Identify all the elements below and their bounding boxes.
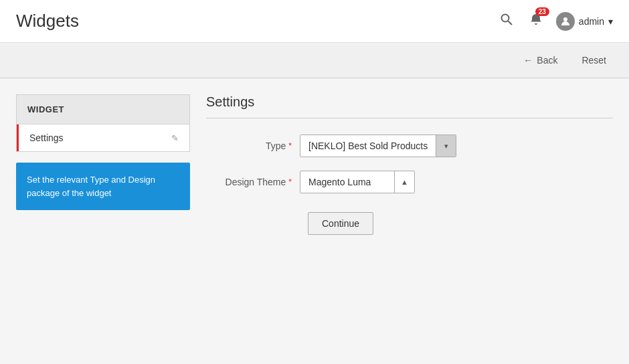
svg-point-2 — [563, 17, 567, 21]
toolbar: ← Back Reset — [0, 43, 629, 78]
sidebar-widget-header: WIDGET — [16, 94, 190, 124]
design-theme-dropdown-value: Magento Luma — [300, 171, 394, 193]
reset-button[interactable]: Reset — [575, 51, 613, 70]
notification-button[interactable]: 23 — [527, 10, 545, 32]
page-title: Widgets — [16, 11, 79, 31]
info-box: Set the relevant Type and Design package… — [16, 163, 190, 210]
type-dropdown[interactable]: [NEKLO] Best Sold Products ▾ — [300, 134, 456, 157]
main-content: Settings Type * [NEKLO] Best Sold Produc… — [206, 94, 613, 330]
type-form-row: Type * [NEKLO] Best Sold Products ▾ — [206, 134, 613, 157]
back-label: Back — [537, 55, 557, 66]
header: Widgets 23 — [0, 0, 629, 43]
avatar — [556, 12, 575, 31]
design-theme-form-row: Design Theme * Magento Luma ▲ — [206, 171, 613, 193]
design-theme-required-star: * — [288, 177, 292, 187]
section-title: Settings — [206, 94, 613, 118]
search-icon — [500, 15, 513, 29]
notification-badge: 23 — [535, 7, 549, 16]
search-button[interactable] — [497, 10, 516, 32]
reset-label: Reset — [581, 55, 606, 66]
user-name: admin — [579, 16, 604, 27]
sidebar-item-label: Settings — [29, 132, 64, 143]
type-required-star: * — [288, 141, 292, 151]
type-control: [NEKLO] Best Sold Products ▾ — [300, 134, 456, 157]
svg-line-1 — [508, 21, 512, 25]
type-dropdown-value: [NEKLO] Best Sold Products — [300, 135, 436, 157]
user-menu-button[interactable]: admin ▾ — [556, 12, 613, 31]
design-theme-dropdown-arrow[interactable]: ▲ — [394, 171, 414, 193]
chevron-down-icon: ▾ — [444, 142, 448, 151]
type-dropdown-arrow[interactable]: ▾ — [436, 135, 456, 157]
continue-button[interactable]: Continue — [308, 212, 373, 235]
design-theme-label: Design Theme * — [206, 177, 300, 187]
design-theme-control: Magento Luma ▲ — [300, 171, 415, 193]
chevron-up-icon: ▲ — [401, 178, 408, 186]
edit-icon[interactable]: ✎ — [171, 133, 179, 143]
back-button[interactable]: ← Back — [517, 51, 564, 70]
content-area: WIDGET Settings ✎ Set the relevant Type … — [0, 78, 629, 346]
type-label: Type * — [206, 141, 300, 151]
back-arrow-icon: ← — [523, 55, 533, 66]
chevron-down-icon: ▾ — [608, 16, 613, 27]
sidebar-item-settings[interactable]: Settings ✎ — [17, 124, 189, 151]
header-actions: 23 admin ▾ — [497, 10, 613, 32]
sidebar: WIDGET Settings ✎ Set the relevant Type … — [16, 94, 190, 330]
sidebar-items: Settings ✎ — [16, 124, 190, 152]
design-theme-dropdown[interactable]: Magento Luma ▲ — [300, 171, 415, 193]
notification-icon — [529, 15, 543, 29]
info-box-text: Set the relevant Type and Design package… — [27, 175, 155, 198]
svg-point-0 — [501, 15, 509, 22]
